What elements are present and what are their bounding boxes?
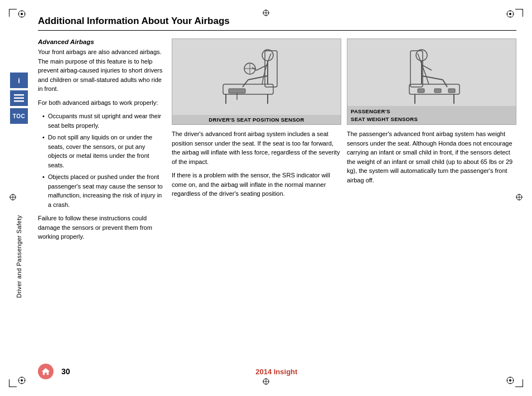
driver-seat-image: DRIVER'S SEAT POSITION SENSOR: [172, 38, 341, 125]
footer-vehicle-label: 2014 Insight: [255, 368, 297, 376]
bullet-item-3: Objects placed or pushed under the front…: [43, 172, 166, 209]
home-icon: [41, 368, 50, 375]
right-paragraph-1: The passenger's advanced front airbag sy…: [347, 129, 516, 185]
sidebar-section-label: Driver and Passenger Safety: [16, 215, 22, 298]
svg-rect-59: [418, 89, 424, 93]
middle-column: DRIVER'S SEAT POSITION SENSOR The driver…: [172, 38, 341, 199]
paragraph-2: For both advanced airbags to work proper…: [38, 98, 166, 108]
svg-line-66: [443, 80, 447, 87]
svg-rect-61: [448, 89, 455, 93]
footer-left: 30: [38, 364, 70, 379]
svg-rect-40: [265, 51, 277, 87]
nav-icon-svg: [14, 94, 24, 102]
passenger-seat-image: PASSENGER'S SEAT WEIGHT SENSORS: [347, 38, 516, 125]
page-title: Additional Information About Your Airbag…: [38, 16, 516, 31]
sidebar: i TOC Driver and Passenger Safety: [0, 0, 38, 396]
svg-rect-36: [14, 94, 24, 96]
bullet-item-1: Occupants must sit upright and wear thei…: [43, 112, 166, 130]
svg-point-7: [509, 13, 511, 15]
page-container: i TOC Driver and Passenger Safety Additi…: [0, 0, 532, 396]
paragraph-1: Your front airbags are also advanced air…: [38, 47, 166, 94]
right-column: PASSENGER'S SEAT WEIGHT SENSORS The pass…: [347, 38, 516, 185]
toc-icon-button[interactable]: TOC: [10, 108, 28, 124]
passenger-seat-illustration: [347, 39, 516, 112]
main-content: Additional Information About Your Airbag…: [38, 16, 516, 380]
svg-rect-43: [229, 89, 245, 93]
sidebar-icons: i TOC: [10, 73, 28, 124]
info-icon-label: i: [18, 76, 20, 85]
svg-rect-38: [14, 100, 24, 102]
svg-point-62: [416, 50, 427, 61]
home-button[interactable]: [38, 364, 54, 379]
svg-line-50: [243, 80, 248, 87]
driver-seat-caption: DRIVER'S SEAT POSITION SENSOR: [172, 115, 341, 124]
toc-icon-label: TOC: [13, 113, 25, 119]
left-column: Advanced Airbags Your front airbags are …: [38, 38, 166, 246]
svg-rect-56: [410, 51, 423, 87]
corner-mark-br: [515, 379, 523, 387]
footer: 30 2014 Insight: [38, 364, 516, 379]
crosshair-right: [515, 194, 523, 203]
middle-paragraph-1: The driver's advanced front airbag syste…: [172, 129, 341, 166]
page-number: 30: [61, 367, 70, 376]
content-columns: Advanced Airbags Your front airbags are …: [38, 38, 516, 246]
section-title: Advanced Airbags: [38, 38, 166, 45]
info-icon-button[interactable]: i: [10, 73, 28, 88]
svg-rect-60: [434, 89, 441, 93]
svg-line-65: [422, 76, 443, 80]
svg-marker-68: [42, 368, 50, 375]
middle-paragraph-2: If there is a problem with the sensor, t…: [172, 171, 341, 199]
driver-seat-svg: [212, 40, 301, 112]
bullet-item-2: Do not spill any liquids on or under the…: [43, 133, 166, 170]
nav-icon-button[interactable]: [10, 90, 28, 106]
paragraph-3: Failure to follow these instructions cou…: [38, 214, 166, 242]
passenger-seat-svg: [387, 40, 476, 112]
sidebar-section-label-container: Driver and Passenger Safety: [0, 145, 38, 257]
passenger-caption-line2: SEAT WEIGHT SENSORS: [351, 116, 418, 122]
svg-rect-37: [14, 98, 24, 99]
driver-seat-illustration: [172, 39, 341, 112]
bullet-list: Occupants must sit upright and wear thei…: [43, 112, 166, 209]
svg-point-45: [262, 50, 273, 61]
corner-mark-tr: [515, 9, 523, 17]
